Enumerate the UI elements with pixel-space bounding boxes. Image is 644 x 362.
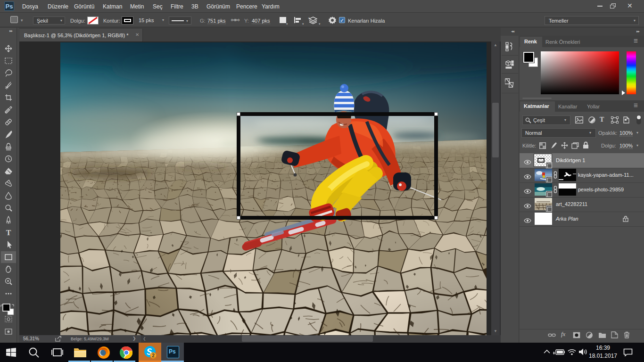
svg-text:2: 2 <box>152 353 155 358</box>
svg-text:T: T <box>6 229 11 237</box>
svg-text:+: + <box>308 16 310 21</box>
